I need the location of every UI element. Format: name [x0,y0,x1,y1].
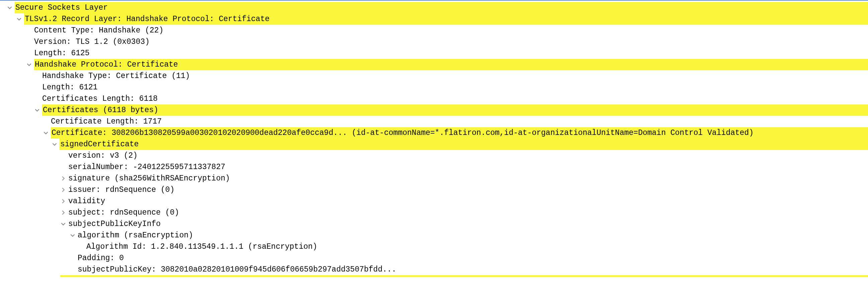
field-certs-length: Certificates Length: 6118 [42,93,158,105]
tree-row[interactable]: Certificate Length: 1717 [0,116,868,127]
tree-row-spki[interactable]: subjectPublicKeyInfo [0,218,868,230]
label-record: TLSv1.2 Record Layer: Handshake Protocol… [24,13,868,25]
tree-row-signature[interactable]: signature (sha256WithRSAEncryption) [0,173,868,184]
field-sc-subject: subject: rdnSequence (0) [68,207,179,219]
chevron-down-icon[interactable] [34,107,40,113]
label-handshake: Handshake Protocol: Certificate [34,59,868,70]
chevron-down-icon[interactable] [43,130,49,136]
field-hs-type: Handshake Type: Certificate (11) [42,70,190,82]
field-length: Length: 6125 [34,48,90,59]
label-signed: signedCertificate [60,139,868,150]
tree-row-signed[interactable]: signedCertificate [0,139,868,150]
label-ssl: Secure Sockets Layer [15,2,868,13]
field-version: Version: TLS 1.2 (0x0303) [34,36,150,48]
tree-row[interactable]: Length: 6121 [0,82,868,93]
label-cert0: Certificate: 308206b130820599a0030201020… [51,127,868,139]
field-padding: Padding: 0 [78,252,124,264]
chevron-right-icon[interactable] [60,176,66,181]
tree-row-cert0[interactable]: Certificate: 308206b130820599a0030201020… [0,127,868,139]
chevron-right-icon[interactable] [60,198,66,204]
chevron-down-icon[interactable] [70,232,75,238]
tree-row[interactable]: Certificates Length: 6118 [0,93,868,104]
tree-row-handshake[interactable]: Handshake Protocol: Certificate [0,59,868,70]
field-sc-version: version: v3 (2) [68,150,137,162]
tree-row[interactable]: Handshake Type: Certificate (11) [0,70,868,82]
chevron-down-icon[interactable] [26,62,32,68]
label-certs: Certificates (6118 bytes) [42,104,868,116]
tree-row[interactable]: Algorithm Id: 1.2.840.113549.1.1.1 (rsaE… [0,241,868,252]
tree-row-ssl[interactable]: Secure Sockets Layer [0,2,868,13]
tree-row[interactable]: version: v3 (2) [0,150,868,161]
tree-row-subject[interactable]: subject: rdnSequence (0) [0,207,868,218]
tree-row[interactable]: subjectPublicKey: 3082010a02820101009f94… [0,264,868,275]
field-hs-length: Length: 6121 [42,82,98,93]
field-sc-serial: serialNumber: -2401225595711337827 [68,161,225,173]
chevron-down-icon[interactable] [52,141,58,147]
label-algorithm: algorithm (rsaEncryption) [78,230,193,241]
tree-row-algorithm[interactable]: algorithm (rsaEncryption) [0,230,868,241]
tree-row[interactable]: Version: TLS 1.2 (0x0303) [0,36,868,48]
chevron-down-icon[interactable] [16,16,22,22]
field-content-type: Content Type: Handshake (22) [34,25,163,36]
tree-row[interactable]: Padding: 0 [0,252,868,264]
field-sc-issuer: issuer: rdnSequence (0) [68,184,174,196]
field-pubkey: subjectPublicKey: 3082010a02820101009f94… [78,264,396,276]
chevron-right-icon[interactable] [60,210,66,216]
tree-row-certs[interactable]: Certificates (6118 bytes) [0,104,868,116]
tree-row-record[interactable]: TLSv1.2 Record Layer: Handshake Protocol… [0,13,868,25]
label-spki: subjectPublicKeyInfo [68,218,161,230]
partial-next-highlight [60,275,868,277]
tree-row-validity[interactable]: validity [0,195,868,207]
field-sc-signature: signature (sha256WithRSAEncryption) [68,173,230,184]
tree-row-issuer[interactable]: issuer: rdnSequence (0) [0,184,868,195]
field-alg-id: Algorithm Id: 1.2.840.113549.1.1.1 (rsaE… [86,241,317,253]
tree-row[interactable]: Content Type: Handshake (22) [0,25,868,36]
tree-row[interactable]: Length: 6125 [0,48,868,59]
chevron-down-icon[interactable] [7,5,13,11]
packet-details-panel: Secure Sockets Layer TLSv1.2 Record Laye… [0,0,868,302]
field-sc-validity: validity [68,195,105,207]
field-cert-length: Certificate Length: 1717 [51,116,162,127]
tree-row[interactable]: serialNumber: -2401225595711337827 [0,161,868,173]
chevron-right-icon[interactable] [60,187,66,193]
chevron-down-icon[interactable] [60,221,66,227]
